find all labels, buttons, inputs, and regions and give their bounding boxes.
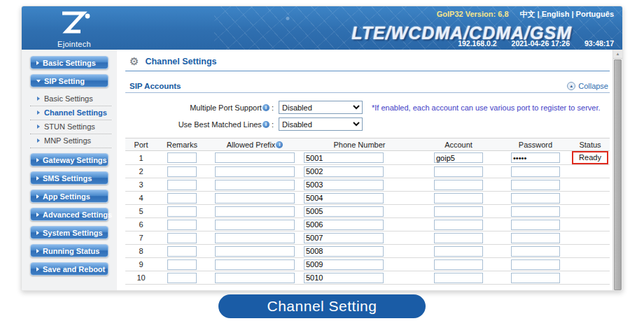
sidebar-item-app-settings[interactable]: App Settings [30, 190, 108, 203]
allowed-prefix-input[interactable] [215, 206, 295, 217]
submenu-item-channel-settings[interactable]: Channel Settings [30, 106, 111, 120]
chevron-right-icon [37, 124, 40, 129]
remarks-input[interactable] [167, 206, 197, 217]
phone-number-input[interactable] [304, 180, 384, 190]
remarks-input[interactable] [167, 259, 197, 270]
firmware-version: GoIP32 Version: 6.8 [437, 10, 509, 18]
remarks-input[interactable] [167, 166, 197, 177]
allowed-prefix-input[interactable] [215, 193, 295, 204]
chevron-right-icon [37, 110, 40, 115]
collapse-button[interactable]: ▲ Collapse [567, 82, 608, 90]
page-title: Channel Settings [145, 57, 216, 66]
password-input[interactable] [511, 273, 560, 283]
phone-number-input[interactable] [304, 233, 384, 243]
password-input[interactable] [511, 193, 560, 204]
sidebar-item-system-settings[interactable]: System Settings [30, 226, 108, 239]
language-links[interactable]: 中文 | English | Português [520, 10, 615, 18]
port-number: 7 [125, 231, 157, 245]
vertical-scrollbar[interactable]: ▲ [612, 50, 622, 291]
account-input[interactable] [434, 206, 483, 217]
scrollbar-up-arrow-icon[interactable]: ▲ [613, 50, 622, 59]
password-input[interactable] [511, 166, 560, 177]
password-input[interactable] [511, 246, 560, 257]
submenu-item-mnp-settings[interactable]: MNP Settings [30, 134, 111, 148]
allowed-prefix-input[interactable] [215, 259, 295, 270]
phone-number-input[interactable] [304, 220, 384, 230]
remarks-input[interactable] [167, 193, 197, 204]
allowed-prefix-input[interactable] [215, 180, 295, 190]
password-input[interactable] [511, 206, 560, 217]
account-input[interactable] [434, 273, 483, 283]
section-title: SIP Accounts [130, 82, 181, 90]
account-input[interactable] [434, 233, 483, 243]
table-row: 6 [125, 218, 610, 231]
password-input[interactable] [511, 259, 560, 270]
multiple-port-support-note: *If enabled, each account can use variou… [372, 104, 601, 112]
allowed-prefix-input[interactable] [215, 152, 295, 163]
chevron-right-icon [36, 267, 39, 271]
multiple-port-support-select[interactable]: Disabled [279, 101, 363, 114]
multiple-port-support-label: Multiple Port Supporti : [125, 104, 274, 112]
phone-number-input[interactable] [304, 273, 384, 283]
sidebar-item-save-and-reboot[interactable]: Save and Reboot [30, 262, 108, 276]
account-input[interactable] [434, 152, 483, 163]
account-input[interactable] [434, 259, 483, 270]
account-input[interactable] [434, 220, 483, 230]
sidebar-item-advanced-settings[interactable]: Advanced Settings [30, 208, 108, 221]
chevron-right-icon [37, 97, 40, 101]
allowed-prefix-input[interactable] [215, 273, 295, 283]
table-row: 1 Ready [125, 151, 610, 165]
remarks-input[interactable] [167, 233, 197, 243]
allowed-prefix-input[interactable] [215, 166, 295, 177]
account-input[interactable] [434, 193, 483, 204]
info-icon[interactable]: i [262, 121, 270, 128]
account-input[interactable] [434, 166, 483, 177]
top-banner: Ejointech GoIP32 Version: 6.8中文 | Englis… [22, 6, 622, 50]
info-icon[interactable]: i [262, 104, 270, 111]
phone-number-input[interactable] [304, 259, 384, 270]
sidebar-item-sms-settings[interactable]: SMS Settings [30, 171, 108, 185]
password-input[interactable] [511, 233, 560, 243]
password-input[interactable] [511, 180, 560, 190]
phone-number-input[interactable] [304, 166, 384, 177]
port-number: 9 [125, 258, 157, 271]
submenu-item-basic-settings[interactable]: Basic Settings [30, 92, 111, 106]
remarks-input[interactable] [167, 246, 197, 257]
password-input[interactable] [511, 152, 560, 163]
submenu-item-stun-settings[interactable]: STUN Settings [30, 120, 111, 134]
account-input[interactable] [434, 246, 483, 257]
sidebar-item-basic-settings[interactable]: Basic Settings [30, 56, 108, 69]
brand-logo: Ejointech [43, 10, 106, 48]
banner-top-right-row: GoIP32 Version: 6.8中文 | English | Portug… [437, 9, 614, 20]
table-row: 2 [125, 165, 610, 178]
allowed-prefix-input[interactable] [215, 246, 295, 257]
phone-number-input[interactable] [304, 152, 384, 163]
remarks-input[interactable] [167, 273, 197, 283]
remarks-input[interactable] [167, 152, 197, 163]
sidebar-item-sip-setting[interactable]: SIP Setting [30, 74, 108, 87]
sidebar-nav: Basic Settings SIP Setting Basic Setting… [22, 50, 117, 291]
port-number: 10 [125, 271, 157, 285]
password-input[interactable] [511, 220, 560, 230]
allowed-prefix-input[interactable] [215, 220, 295, 230]
table-row: 5 [125, 205, 610, 218]
table-row: 8 [125, 245, 610, 258]
allowed-prefix-input[interactable] [215, 233, 295, 243]
remarks-input[interactable] [167, 180, 197, 190]
scrollbar-thumb[interactable] [614, 59, 622, 290]
phone-number-input[interactable] [304, 246, 384, 257]
main-content: ⚙ Channel Settings SIP Accounts ▲ Collap… [117, 50, 614, 291]
channel-setting-caption-button[interactable]: Channel Setting [218, 294, 426, 318]
sip-accounts-table: Port Remarks Allowed Prefixi Phone Numbe… [125, 138, 610, 285]
col-phone-number: Phone Number [302, 138, 416, 151]
best-matched-lines-select[interactable]: Disabled [279, 117, 363, 131]
col-allowed-prefix: Allowed Prefixi [207, 138, 302, 151]
phone-number-input[interactable] [304, 206, 384, 217]
sidebar-item-gateway-settings[interactable]: Gateway Settings [30, 153, 108, 166]
account-input[interactable] [434, 180, 483, 190]
sidebar-item-running-status[interactable]: Running Status [30, 244, 108, 257]
remarks-input[interactable] [167, 220, 197, 230]
phone-number-input[interactable] [304, 193, 384, 204]
info-icon[interactable]: i [276, 141, 283, 148]
port-number: 1 [125, 151, 157, 165]
